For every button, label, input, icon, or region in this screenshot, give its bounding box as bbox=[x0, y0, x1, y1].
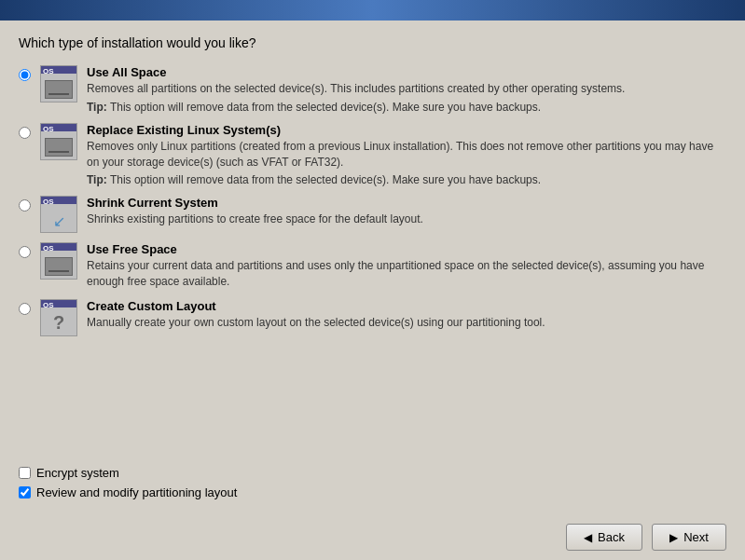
footer: ◀ Back ▶ Next bbox=[0, 514, 745, 560]
option-desc-create-custom: Manually create your own custom layout o… bbox=[87, 315, 726, 331]
option-desc-use-all-space: Removes all partitions on the selected d… bbox=[87, 81, 726, 97]
option-title-use-free-space: Use Free Space bbox=[87, 242, 726, 256]
next-label: Next bbox=[683, 530, 709, 544]
option-row-shrink-current: OS↙Shrink Current SystemShrinks existing… bbox=[19, 196, 726, 233]
checkbox-label-encrypt-system[interactable]: Encrypt system bbox=[36, 466, 119, 480]
icon-use-all-space: OS bbox=[40, 65, 77, 102]
drive-icon bbox=[45, 138, 73, 157]
radio-use-free-space[interactable] bbox=[19, 246, 31, 258]
back-icon: ◀ bbox=[584, 531, 592, 544]
options-list: OSUse All SpaceRemoves all partitions on… bbox=[19, 65, 726, 451]
option-tip-use-all-space: Tip: This option will remove data from t… bbox=[87, 101, 726, 114]
option-title-shrink-current: Shrink Current System bbox=[87, 196, 726, 210]
page-question: Which type of installation would you lik… bbox=[19, 35, 726, 50]
radio-create-custom[interactable] bbox=[19, 303, 31, 315]
checkbox-label-review-partitioning[interactable]: Review and modify partitioning layout bbox=[36, 485, 237, 499]
icon-use-free-space: OS bbox=[40, 242, 77, 280]
option-desc-use-free-space: Retains your current data and partitions… bbox=[87, 258, 726, 290]
option-text-use-all-space: Use All SpaceRemoves all partitions on t… bbox=[87, 65, 726, 114]
option-row-replace-existing: OSReplace Existing Linux System(s)Remove… bbox=[19, 123, 726, 187]
shrink-arrow-icon: ↙ bbox=[53, 212, 65, 230]
checkbox-encrypt-system[interactable] bbox=[19, 467, 31, 479]
checkbox-review-partitioning[interactable] bbox=[19, 486, 31, 499]
option-text-replace-existing: Replace Existing Linux System(s)Removes … bbox=[87, 123, 726, 187]
checkbox-row-review-partitioning: Review and modify partitioning layout bbox=[19, 485, 726, 499]
option-title-replace-existing: Replace Existing Linux System(s) bbox=[87, 123, 726, 137]
icon-shrink-current: OS↙ bbox=[40, 196, 77, 233]
option-tip-replace-existing: Tip: This option will remove data from t… bbox=[87, 173, 726, 186]
option-text-shrink-current: Shrink Current SystemShrinks existing pa… bbox=[87, 196, 726, 227]
question-mark-icon: ? bbox=[53, 312, 64, 334]
icon-create-custom: OS? bbox=[40, 299, 77, 336]
option-row-use-free-space: OSUse Free SpaceRetains your current dat… bbox=[19, 242, 726, 290]
option-title-create-custom: Create Custom Layout bbox=[87, 299, 726, 313]
back-button[interactable]: ◀ Back bbox=[566, 524, 642, 551]
option-desc-replace-existing: Removes only Linux partitions (created f… bbox=[87, 139, 726, 171]
back-label: Back bbox=[598, 530, 625, 544]
option-row-use-all-space: OSUse All SpaceRemoves all partitions on… bbox=[19, 65, 726, 114]
option-text-create-custom: Create Custom LayoutManually create your… bbox=[87, 299, 726, 331]
next-icon: ▶ bbox=[669, 531, 678, 544]
icon-replace-existing: OS bbox=[40, 123, 77, 160]
radio-replace-existing[interactable] bbox=[19, 127, 31, 139]
header-bar bbox=[0, 0, 745, 20]
option-row-create-custom: OS?Create Custom LayoutManually create y… bbox=[19, 299, 726, 336]
radio-use-all-space[interactable] bbox=[19, 69, 31, 81]
option-text-use-free-space: Use Free SpaceRetains your current data … bbox=[87, 242, 726, 290]
option-desc-shrink-current: Shrinks existing partitions to create fr… bbox=[87, 212, 726, 227]
drive-icon bbox=[45, 257, 73, 276]
main-content: Which type of installation would you lik… bbox=[0, 20, 745, 514]
drive-icon bbox=[45, 80, 73, 99]
checkbox-row-encrypt-system: Encrypt system bbox=[19, 466, 726, 480]
next-button[interactable]: ▶ Next bbox=[652, 524, 726, 551]
option-title-use-all-space: Use All Space bbox=[87, 65, 726, 79]
checkboxes-section: Encrypt systemReview and modify partitio… bbox=[19, 466, 726, 499]
radio-shrink-current[interactable] bbox=[19, 199, 31, 212]
